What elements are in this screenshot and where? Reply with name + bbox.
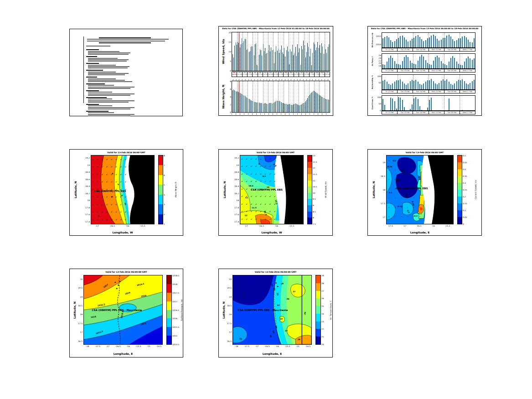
gridline [319,32,320,71]
direction-arrow: ↙ [97,218,98,220]
y-tick-label: 20 [378,62,381,64]
contour-label: 24 [271,284,274,286]
colorbar-band [458,183,462,190]
colorbar-band [458,210,462,217]
x-tick-label: -16.5 [109,225,115,227]
colorbar: 29282726252423222120 [315,275,321,345]
wave-map-plot: CSA (ONHYM) PPL EBS m -17-16.5-16-15.519… [91,155,155,224]
y-tick-label: 16.5 [227,340,232,342]
gridline [429,33,429,47]
direction-arrow: ↙ [92,181,94,183]
colorbar-tick-label: 6 [164,174,165,176]
direction-arrow: ↙ [265,218,267,220]
bar [255,44,255,71]
bar [312,92,313,112]
direction-arrow: ↙ [120,203,122,205]
contour-label: 0.05 [396,179,401,181]
text-margin-rule [83,36,84,103]
site-sub-label: m [111,196,113,198]
bar [384,37,385,47]
bar [415,64,416,68]
bar [423,57,424,68]
gridline [258,32,258,71]
gridline [299,32,299,71]
colorbar-tick-label: 1016.5 [172,309,179,311]
day-label-box: Sun 14-Feb [413,48,429,51]
colorbar-tick-label: 2 [164,213,165,215]
text-line [88,51,119,52]
wave-direction-arrow: ↑ [296,78,299,81]
gridline [243,32,243,71]
text-line [88,54,129,55]
y-tick-label: 18.4 [234,185,239,187]
colorbar-tick-label: 0 [463,223,464,225]
bar [398,38,399,47]
y-tick-label: 17.5 [381,202,385,205]
y-tick-label: 1010 [376,43,381,45]
bar [388,37,389,47]
contour-label: 11 [245,196,248,198]
y-tick-label: 20 [228,31,231,34]
day-label-box: Tue 16-Feb [444,69,460,72]
direction-arrow: ↙ [246,188,248,190]
bar [425,82,426,89]
colorbar-band [167,284,171,293]
bar [269,103,269,112]
direction-arrow: ↙ [97,211,98,213]
bar [435,83,436,89]
bar [271,103,271,112]
contour-label: 0.1 [389,192,393,194]
x-tick-label: -16.5 [258,225,264,227]
colorbar-tick-label: 0.45 [463,161,467,164]
bar [450,58,451,68]
bar [329,44,329,71]
date-box: Tue16-Feb [304,72,309,77]
x-tick-label: -17 [255,345,258,347]
gridline [460,54,460,68]
bar [452,39,453,47]
date-box: Mon15-Feb [279,72,284,77]
bar [454,58,455,68]
cloud-chart: 100500 [382,95,475,111]
direction-arrow: ↙ [395,207,396,209]
text-line [88,112,114,113]
bar [418,35,418,47]
y-tick-label: 17 [382,216,385,218]
direction-arrow: ↙ [241,173,243,175]
colorbar-tick-label: 25 [321,305,324,307]
colorbar-band [458,162,462,169]
colorbar-band [458,155,462,162]
x-tick-label: -18 [86,345,89,347]
y-tick-label: 4 [230,96,231,98]
x-tick-label: -16 [126,345,129,347]
gridline [309,32,310,71]
bar [277,51,278,71]
direction-arrow: ↙ [241,181,243,183]
y-tick-label: 18.6 [85,178,90,180]
bar [382,99,383,110]
bar [468,84,469,89]
direction-arrow: ↙ [106,173,108,175]
x-tick-label: -14.5 [156,345,161,347]
bar [396,109,397,110]
gridline [325,32,325,71]
wave-direction-arrow: ↑ [327,78,330,81]
wave-direction-arrow: ↑ [284,78,287,81]
colorbar-tick-label: 1017.5 [172,291,179,294]
bar [404,57,405,68]
direction-arrow: ↙ [419,207,421,209]
bar [390,98,391,110]
bar [474,80,475,89]
pressure-map-plot: CSA (ONHYM) PPL EBS - Mauritania -18-17.… [83,275,163,345]
bar [394,41,395,47]
colorbar-band [458,169,462,176]
day-label-box: Tue 16-Feb [444,48,460,51]
direction-arrow: ↙ [125,158,127,160]
direction-arrow: ↙ [120,173,122,175]
text-line [88,80,125,81]
bar [249,52,249,71]
contour-label: 9.5 [263,175,266,177]
direction-arrow: ↙ [102,218,103,220]
bar [400,79,401,89]
date-box: Tue16-Feb [299,72,304,77]
